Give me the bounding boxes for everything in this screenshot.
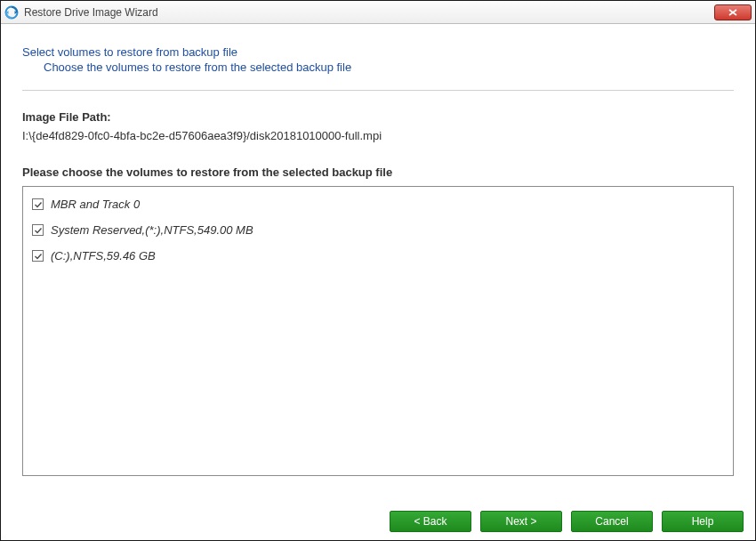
volume-row[interactable]: MBR and Track 0 <box>32 198 724 211</box>
volume-checkbox[interactable] <box>32 250 44 262</box>
page-heading: Select volumes to restore from backup fi… <box>22 45 734 59</box>
title-bar: Restore Drive Image Wizard <box>1 1 755 24</box>
back-button[interactable]: < Back <box>390 511 471 532</box>
volume-checkbox[interactable] <box>32 224 44 236</box>
close-icon <box>728 9 737 16</box>
close-button[interactable] <box>714 4 752 20</box>
volume-checkbox[interactable] <box>32 198 44 210</box>
volume-label: MBR and Track 0 <box>51 198 140 211</box>
volumes-label: Please choose the volumes to restore fro… <box>22 166 734 179</box>
help-button[interactable]: Help <box>662 511 744 532</box>
image-path-label: Image File Path: <box>22 110 734 124</box>
check-icon <box>34 200 43 209</box>
wizard-footer: < Back Next > Cancel Help <box>0 502 756 541</box>
volume-label: System Reserved,(*:),NTFS,549.00 MB <box>51 223 253 237</box>
volume-row[interactable]: (C:),NTFS,59.46 GB <box>32 249 724 262</box>
check-icon <box>34 226 43 235</box>
cancel-button[interactable]: Cancel <box>571 511 653 532</box>
image-path-value: I:\{de4fd829-0fc0-4bfa-bc2e-d57606aea3f9… <box>22 129 734 142</box>
window-title: Restore Drive Image Wizard <box>24 6 158 19</box>
volume-row[interactable]: System Reserved,(*:),NTFS,549.00 MB <box>32 223 724 237</box>
app-icon <box>4 5 19 20</box>
wizard-body: Select volumes to restore from backup fi… <box>1 24 755 476</box>
next-button[interactable]: Next > <box>480 511 562 532</box>
page-subheading: Choose the volumes to restore from the s… <box>44 61 734 74</box>
volumes-list: MBR and Track 0 System Reserved,(*:),NTF… <box>22 186 734 476</box>
divider <box>22 90 734 91</box>
volume-label: (C:),NTFS,59.46 GB <box>51 249 156 262</box>
check-icon <box>34 252 43 261</box>
